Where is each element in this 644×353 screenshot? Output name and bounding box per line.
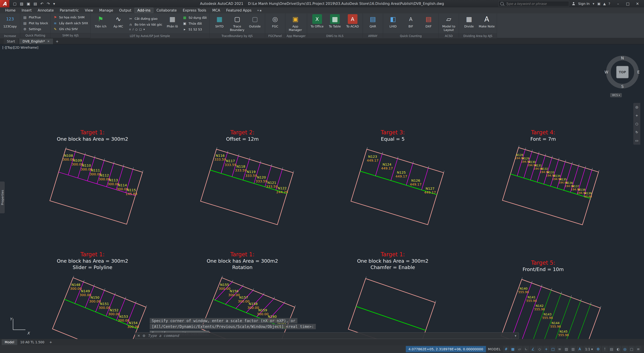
infer-constraints-icon[interactable]: ▱ [516,346,522,352]
menu-tab-manage[interactable]: Manage [96,8,116,13]
properties-palette-tab[interactable]: Properties [0,182,5,213]
123copy-button[interactable]: 123123Copy [1,14,19,33]
isodraft-icon[interactable]: ◇ [536,346,543,352]
object-snap-icon[interactable]: □ [550,346,556,352]
tab-dv8-english[interactable]: DV8_English* ✕ [19,38,53,44]
qat-dropdown-icon[interactable]: ▾ [53,2,55,6]
viewcube-west-label[interactable]: W [604,70,608,74]
s-d-ng-t-button[interactable]: ▩Sử dụng đất [181,15,208,20]
menu-tab-add-ins[interactable]: Add-ins [134,8,153,13]
tab-layout-10-a0[interactable]: 10 A0 TL 1.500 [17,339,47,345]
close-button[interactable]: ✕ [633,0,642,7]
divide-button[interactable]: ▦Divide [460,14,478,33]
undo-icon[interactable]: ↶ [40,2,43,6]
quick-properties-icon[interactable]: ▤ [608,346,614,352]
new-file-icon[interactable]: ▢ [13,2,16,6]
tab-close-icon[interactable]: ✕ [47,40,50,43]
lhid-button[interactable]: ◧LHID [384,14,402,33]
add-layout-button[interactable]: + [47,340,54,345]
minimize-button[interactable]: – [613,0,623,7]
recent-commands-icon[interactable]: ▾ [515,334,516,338]
wcs-selector[interactable]: WCS ▾ [610,93,622,97]
close-command-icon[interactable]: ✕ [137,334,140,338]
drawing-viewport[interactable]: [-][Top][2D Wireframe] Properties N10830… [0,44,644,339]
c-t-ng-giao-button[interactable]: ✂Cắt đường giao [127,16,163,22]
object-snap-tracking-icon[interactable]: + [543,346,549,352]
shtd-button[interactable]: ▦SHTD [211,14,228,33]
menu-tab-insert[interactable]: Insert [19,8,34,13]
ti-n-ch-button[interactable]: ⚑Tiện ích [92,14,109,33]
orbit-icon[interactable]: ↻ [636,130,638,134]
trace-boundary-button[interactable]: ▢Trace Boundary [228,14,246,33]
to-table-button[interactable]: ▦To Table [326,14,344,33]
menu-tab-home[interactable]: Home [2,8,18,13]
viewcube[interactable]: N S W E TOP [604,53,641,90]
outside-button[interactable]: ▢Outside [246,14,264,33]
clean-screen-icon[interactable]: ▢ [628,346,635,352]
menu-tab-parametric[interactable]: Parametric [57,8,82,13]
selection-cycling-icon[interactable]: ▥ [570,346,576,352]
notification-icon[interactable]: ▲ [603,2,606,6]
viewcube-east-label[interactable]: E [637,70,640,74]
viewport-controls-label[interactable]: [-][Top][2D Wireframe] [2,46,38,49]
workspace-switching-icon[interactable]: ⚙ [595,346,601,352]
tab-model[interactable]: Model [2,339,17,345]
customize-command-icon[interactable]: ⚙ [142,334,146,338]
help-icon[interactable]: ? [608,2,610,6]
viewcube-top-face[interactable]: TOP [619,70,626,74]
menu-tab-collaborate[interactable]: Collaborate [154,8,180,13]
to-office-button[interactable]: XTo Office [308,14,326,33]
navigation-bar[interactable]: ◎+○↻▭ [633,103,640,145]
annotation-scale-selector[interactable]: 1:1 ▾ [584,346,594,352]
navigation-wheel-icon[interactable]: ◎ [635,105,638,109]
search-input[interactable] [505,2,561,6]
ph-n-l-button[interactable]: ▦Phân lô [164,14,181,33]
draw-tools-icons[interactable]: ∩/○□▾ [127,28,163,31]
th-a-t-button[interactable]: ▣Thửa đất [181,21,208,26]
plottrue-button[interactable]: ▤PlotTrue [22,15,49,20]
dxf-button[interactable]: ▤DXF [420,14,437,33]
annotation-visibility-icon[interactable]: A [577,346,583,352]
to-acad-button[interactable]: ATo ACAD [344,14,361,33]
bif-button[interactable]: ABIF [402,14,420,33]
transparency-icon[interactable]: ▨ [563,346,570,352]
l-y-danh-s-ch-shx-button[interactable]: ≡Lấy danh sách SHX [52,20,89,26]
model-to-layout-button[interactable]: ▱Model to Layout [440,14,458,33]
sign-in-button[interactable]: Sign In [578,2,590,6]
graphics-performance-icon[interactable]: ◎ [622,346,628,352]
showmotion-icon[interactable]: ▭ [635,138,638,142]
menu-tab-express-tools[interactable]: Express Tools [180,8,209,13]
qar-button[interactable]: ▤QAR [364,14,382,33]
fgc-button[interactable]: ◎FGC [266,14,284,33]
command-line-dock[interactable]: ✕⚙ Type a command ▾ [135,332,519,339]
bo-tr-n-v-v-t-g-c-button[interactable]: ∩Bo tròn và Vát góc [127,22,163,27]
plot-by-block-button[interactable]: ▤Plot by block [22,20,49,26]
app-manager-button[interactable]: ▣App Manager [287,14,304,33]
zoom-icon[interactable]: ○ [635,122,638,126]
grid-icon[interactable]: # [503,346,509,352]
make-note-button[interactable]: AMake Note [478,14,496,33]
viewcube-north-label[interactable]: N [621,56,624,60]
sign-in-dropdown-icon[interactable]: ▾ [593,2,594,6]
ortho-icon[interactable]: ∟ [523,346,529,352]
isolate-objects-icon[interactable]: ◐ [615,346,621,352]
store-icon[interactable]: ▣ [597,2,600,6]
plot-icon[interactable]: ▤ [34,2,37,6]
p-mc-button[interactable]: ∿Áp MC [110,14,127,33]
command-input[interactable]: Type a command [148,334,512,338]
tab-start[interactable]: Start [3,38,18,44]
ribbon-display-toggle-icon[interactable]: ▾ ▪ [257,9,262,12]
coordinates-display[interactable]: 4.077862E+05, 2.318978E+06, 0.00000000 [406,346,486,352]
menu-tab-featured-apps[interactable]: Featured Apps [223,8,254,13]
autocad-logo-icon[interactable]: A [0,0,9,7]
redo-icon[interactable]: ↷ [47,2,50,6]
save-icon[interactable]: ▣ [27,2,30,6]
menu-tab-view[interactable]: View [82,8,96,13]
search-box[interactable] [498,1,569,6]
pan-icon[interactable]: + [636,114,638,118]
menu-tab-output[interactable]: Output [116,8,134,13]
s1-s2-s3-button[interactable]: ▸S1 S2 S3 [181,26,208,32]
settings-button[interactable]: ⚙Settings [22,26,49,32]
open-file-icon[interactable]: ▨ [20,2,24,6]
menu-tab-mca[interactable]: MCA [210,8,223,13]
